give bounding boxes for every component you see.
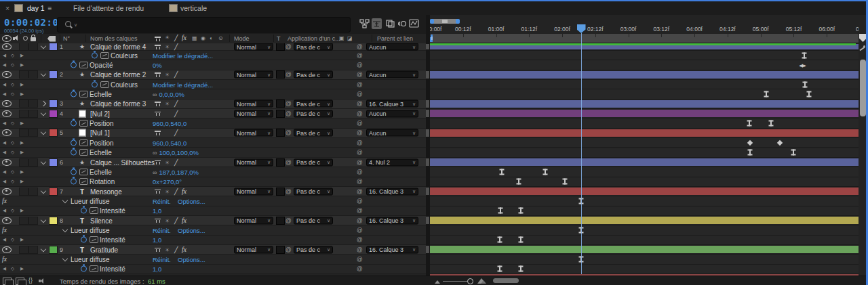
- keyframe-nav-next-icon[interactable]: ▶: [20, 237, 24, 242]
- track-matte-toggle[interactable]: [276, 246, 285, 254]
- layer-duration-bar[interactable]: [430, 129, 859, 137]
- layer-name[interactable]: Calque de forme 3: [90, 100, 146, 108]
- property-name[interactable]: Echelle: [90, 149, 112, 156]
- property-row[interactable]: ◀◇▶CouleursModifier le dégradé...@: [0, 80, 426, 89]
- keyframe-icon[interactable]: [807, 91, 812, 97]
- pickwhip-icon[interactable]: @: [357, 129, 363, 136]
- layer-name-column-header[interactable]: Nom des calques: [90, 35, 138, 42]
- layer-bar-lane[interactable]: [430, 245, 859, 255]
- audio-cell[interactable]: [19, 100, 28, 108]
- layer-row[interactable]: 8TSilence☀╱fxNormal∨@Pas de c∨@16. Calqu…: [0, 216, 426, 225]
- track-matte-dropdown[interactable]: Pas de c∨: [294, 246, 333, 253]
- mode-dropdown[interactable]: Normal∨: [234, 246, 273, 253]
- video-column-icon[interactable]: [2, 35, 12, 42]
- eye-icon[interactable]: [2, 129, 12, 136]
- keyframe-nav-prev-icon[interactable]: ◀: [3, 266, 6, 271]
- keyframe-nav-current-icon[interactable]: ◇: [11, 169, 14, 175]
- label-chip[interactable]: [49, 188, 58, 196]
- ruler-tick-label[interactable]: 02:00f: [554, 26, 570, 32]
- keyframe-nav-prev-icon[interactable]: ◀: [3, 53, 6, 58]
- keyframe-nav-prev-icon[interactable]: ◀: [3, 120, 6, 126]
- layer-bar-lane[interactable]: [430, 158, 859, 167]
- track-matte-toggle[interactable]: [276, 129, 285, 137]
- keyframe-nav-current-icon[interactable]: ◇: [11, 237, 14, 242]
- layer-row[interactable]: 3★Calque de forme 3☀╱Normal∨@Pas de c∨@1…: [0, 100, 426, 109]
- track-matte-toggle[interactable]: [276, 217, 285, 225]
- close-tab-icon[interactable]: ×: [5, 4, 9, 12]
- layer-duration-bar[interactable]: [430, 110, 859, 117]
- property-row[interactable]: ◀◇▶Echelle∞0,0,0,0%@: [0, 89, 426, 99]
- fx-badge-icon[interactable]: fx: [2, 256, 7, 263]
- pickwhip-icon[interactable]: @: [285, 43, 292, 50]
- current-time-display[interactable]: 0:00:02:06: [4, 17, 64, 28]
- property-lane[interactable]: [430, 255, 859, 264]
- property-value[interactable]: 0%: [153, 62, 162, 69]
- layer-name[interactable]: Silence: [90, 217, 113, 224]
- parent-dropdown[interactable]: Aucun∨: [366, 71, 418, 79]
- pickwhip-icon[interactable]: @: [357, 110, 363, 117]
- tab-day1[interactable]: day 1: [27, 4, 45, 12]
- chevron-icon[interactable]: [62, 198, 68, 203]
- frame-blend-column-icon[interactable]: ▦: [192, 35, 197, 41]
- effect-row[interactable]: fxLueur diffuseRéinit.Options...@: [0, 255, 426, 264]
- eye-icon[interactable]: [2, 43, 12, 50]
- property-lane[interactable]: [430, 236, 859, 245]
- chevron-icon[interactable]: [41, 110, 46, 116]
- eye-icon[interactable]: [2, 188, 12, 195]
- quality-icon[interactable]: ╱: [174, 217, 178, 224]
- label-chip[interactable]: [49, 246, 58, 254]
- keyframe-nav-current-icon[interactable]: ◇: [11, 208, 14, 213]
- property-value[interactable]: 960,0,540,0: [153, 120, 186, 127]
- keyframe-icon[interactable]: [519, 208, 524, 214]
- trkmat-column-header[interactable]: T: [277, 35, 281, 42]
- track-matte-dropdown[interactable]: Pas de c∨: [294, 110, 333, 117]
- options-link[interactable]: Options...: [178, 197, 205, 204]
- graph-icon[interactable]: [79, 62, 88, 68]
- eye-icon[interactable]: [2, 110, 12, 117]
- keyframe-icon[interactable]: [500, 169, 505, 175]
- label-chip[interactable]: [49, 110, 58, 118]
- collapse-icon[interactable]: ☀: [165, 44, 170, 50]
- pickwhip-icon[interactable]: @: [285, 159, 292, 166]
- effects-icon[interactable]: fx: [182, 188, 186, 195]
- quality-icon[interactable]: ╱: [174, 188, 178, 195]
- collapse-icon[interactable]: ☀: [165, 246, 170, 253]
- property-lane[interactable]: [430, 265, 859, 274]
- eye-icon[interactable]: [2, 100, 12, 107]
- timeline-navigator[interactable]: [430, 19, 859, 24]
- pickwhip-icon[interactable]: @: [357, 217, 363, 224]
- keyframe-nav-current-icon[interactable]: ◇: [11, 82, 14, 87]
- keyframe-icon[interactable]: [543, 169, 548, 175]
- layer-name[interactable]: Calque de forme 4: [90, 43, 146, 51]
- effect-row[interactable]: fxLueur diffuseRéinit.Options...@: [0, 225, 426, 235]
- property-row[interactable]: ◀◇▶Position960,0,540,0@: [0, 138, 426, 148]
- keyframe-nav-prev-icon[interactable]: ◀: [3, 237, 6, 242]
- pickwhip-icon[interactable]: @: [357, 178, 363, 185]
- stopwatch-icon[interactable]: [71, 91, 77, 97]
- property-row[interactable]: ◀◇▶CouleursModifier le dégradé...@: [0, 51, 426, 60]
- keyframe-nav-next-icon[interactable]: ▶: [20, 140, 24, 146]
- layer-bar-lane[interactable]: [430, 70, 859, 80]
- pickwhip-icon[interactable]: @: [357, 43, 363, 50]
- lock-column-icon[interactable]: [31, 37, 36, 41]
- quality-icon[interactable]: ╱: [174, 110, 178, 117]
- keyframe-nav-next-icon[interactable]: ▶: [20, 179, 24, 184]
- mode-dropdown[interactable]: Normal∨: [234, 217, 273, 224]
- layer-row[interactable]: 9TGratitude☀╱fxNormal∨@Pas de c∨@16. Cal…: [0, 245, 426, 255]
- stopwatch-icon[interactable]: [71, 139, 77, 146]
- solo-column-icon[interactable]: [23, 36, 28, 41]
- keyframe-nav-prev-icon[interactable]: ◀: [3, 140, 6, 146]
- track-matte-toggle[interactable]: [276, 100, 285, 108]
- ruler-tick-label[interactable]: 06:: [856, 26, 859, 32]
- effect-name[interactable]: Lueur diffuse: [71, 197, 110, 204]
- property-name[interactable]: Echelle: [90, 168, 112, 175]
- reset-link[interactable]: Réinit.: [153, 256, 171, 263]
- track-matte-dropdown[interactable]: Pas de c∨: [294, 100, 333, 108]
- property-name[interactable]: Echelle: [90, 91, 112, 98]
- pickwhip-icon[interactable]: @: [285, 217, 292, 224]
- keyframe-nav-next-icon[interactable]: ▶: [20, 91, 24, 97]
- ruler-tick-label[interactable]: 0:00f: [430, 26, 441, 32]
- preserve-transparency-icon[interactable]: ▣: [339, 35, 344, 41]
- toggle-inout-pane-icon[interactable]: {}: [28, 277, 33, 284]
- layer-row[interactable]: 6★Calque ... Silhouettes☀╱Normal∨@Pas de…: [0, 158, 426, 167]
